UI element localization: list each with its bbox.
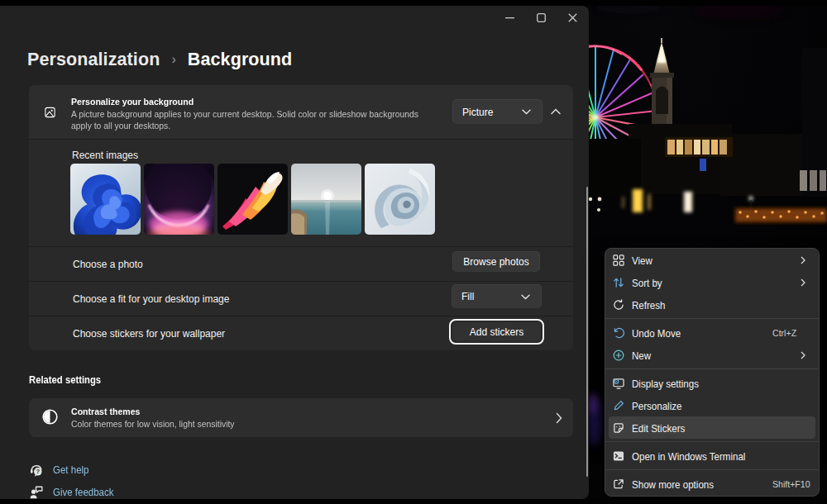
svg-text:?: ? [36, 468, 41, 475]
